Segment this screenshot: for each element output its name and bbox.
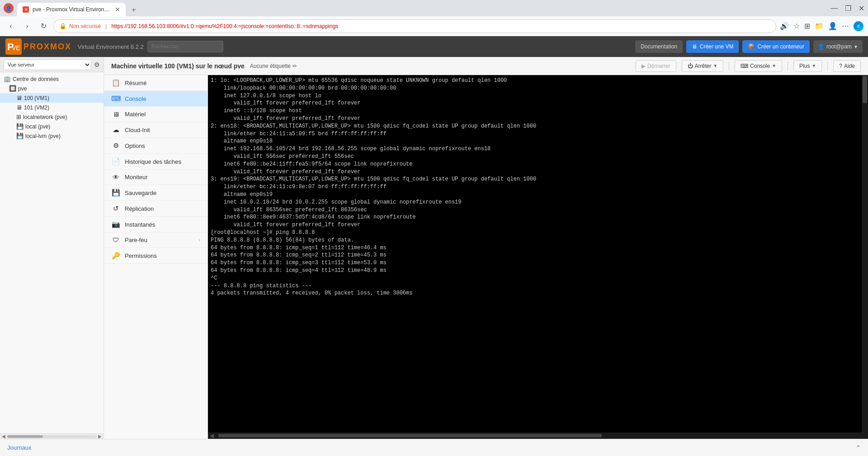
pve-icon: 🔲 xyxy=(9,85,16,92)
tree-item-pve[interactable]: 🔲 pve xyxy=(0,84,104,93)
nav-item-permissions[interactable]: 🔑 Permissions xyxy=(104,248,208,264)
nav-item-historique[interactable]: 📄 Historique des tâches xyxy=(104,154,208,170)
terminal-line: inet 192.168.56.105/24 brd 192.168.56.25… xyxy=(211,145,865,153)
user-menu-button[interactable]: 👤 root@pam ▼ xyxy=(813,40,863,53)
materiel-label: Matériel xyxy=(125,111,146,118)
terminal-line: --- 8.8.8.8 ping statistics --- xyxy=(211,282,865,290)
vm1-icon: 🖥 xyxy=(16,95,22,101)
nav-item-materiel[interactable]: 🖥 Matériel xyxy=(104,107,208,122)
more-button[interactable]: Plus ▼ xyxy=(793,60,822,72)
footer-expand-button[interactable]: ⌃ xyxy=(856,444,861,451)
tree-item-datacenter[interactable]: 🏢 Centre de données xyxy=(0,74,104,84)
svg-text:VE: VE xyxy=(12,44,20,52)
more-label: Plus xyxy=(799,63,810,69)
proxmox-logo: P VE PROXMOX xyxy=(5,38,71,55)
label-button[interactable]: Aucune étiquette ✏ xyxy=(250,63,297,69)
sauvegarde-icon: 💾 xyxy=(111,189,120,197)
nav-item-replication[interactable]: ↺ Réplication xyxy=(104,201,208,217)
tree-item-vm2[interactable]: 🖥 101 (VM2) xyxy=(0,103,104,112)
nav-panel: ‹ 📋 Résumé ⌨ Console 🖥 Matériel xyxy=(104,75,208,439)
tree-item-local[interactable]: 💾 local (pve) xyxy=(0,122,104,131)
moniteur-icon: 👁 xyxy=(111,173,120,181)
more-tools-icon[interactable]: ⋯ xyxy=(842,22,849,30)
terminal-panel[interactable]: 1: lo: <LOOPBACK,UP,LOWER_UP> mtu 65536 … xyxy=(208,75,868,439)
terminal-line: link/ether bc:24:11:c9:8e:07 brd ff:ff:f… xyxy=(211,183,865,191)
terminal-hscrollbar[interactable]: ◀ ▶ xyxy=(208,432,868,439)
scroll-right-button[interactable]: ▶ xyxy=(98,434,102,439)
nav-item-cloud-init[interactable]: ☁ Cloud-Init xyxy=(104,122,208,138)
tree-item-local-lvm[interactable]: 💾 local-lvm (pve) xyxy=(0,131,104,141)
nav-item-options[interactable]: ⚙ Options xyxy=(104,138,208,154)
forward-button[interactable]: › xyxy=(21,20,33,33)
refresh-button[interactable]: ↻ xyxy=(37,20,50,33)
nav-item-instantanes[interactable]: 📷 Instantanés xyxy=(104,217,208,233)
address-bar[interactable]: 🔒 Non sécurisé | https://192.168.56.103:… xyxy=(53,19,776,33)
vm2-label: 101 (VM2) xyxy=(24,104,49,111)
tree-item-localnetwork[interactable]: ⊞ localnetwork (pve) xyxy=(0,112,104,122)
local-icon: 💾 xyxy=(16,123,24,130)
favorites-icon[interactable]: ☆ xyxy=(793,22,800,30)
nav-item-console[interactable]: ⌨ Console xyxy=(104,91,208,107)
create-vm-button[interactable]: 🖥 Créer une VM xyxy=(686,40,739,53)
splitscreen-icon[interactable]: ⊞ xyxy=(804,22,810,30)
app-footer: Journaux ⌃ xyxy=(0,439,868,456)
permissions-label: Permissions xyxy=(125,252,157,259)
vm1-label: 100 (VM1) xyxy=(24,95,49,101)
maximize-button[interactable]: ❐ xyxy=(845,4,851,13)
back-button[interactable]: ‹ xyxy=(5,20,17,33)
view-select[interactable]: Vue serveur xyxy=(4,59,91,70)
terminal-vscroll-thumb[interactable] xyxy=(863,76,867,103)
tab-close-button[interactable]: ✕ xyxy=(115,6,120,13)
browser-titlebar: 👤 ✕ pve - Proxmox Virtual Environme... ✕… xyxy=(0,0,868,16)
browser-toolbar: ‹ › ↻ 🔒 Non sécurisé | https://192.168.5… xyxy=(0,16,868,36)
nav-item-pare-feu[interactable]: 🛡 Pare-feu › xyxy=(104,233,208,248)
stop-label: Arrêter xyxy=(695,63,712,69)
read-aloud-icon[interactable]: 🔊 xyxy=(780,22,789,30)
minimize-button[interactable]: — xyxy=(830,4,838,12)
terminal-line: 64 bytes from 8.8.8.8: icmp_seq=4 ttl=11… xyxy=(211,267,865,275)
terminal-hscroll-track[interactable] xyxy=(218,434,858,437)
tab-title: pve - Proxmox Virtual Environme... xyxy=(33,6,111,13)
terminal-line: valid_lft forever preferred_lft forever xyxy=(211,115,865,123)
start-button[interactable]: ▶ Démarrer xyxy=(636,60,676,72)
nav-item-sauvegarde[interactable]: 💾 Sauvegarde xyxy=(104,185,208,201)
collections-icon[interactable]: 📁 xyxy=(815,22,824,30)
new-tab-button[interactable]: + xyxy=(127,4,140,16)
header-search-input[interactable] xyxy=(147,41,223,52)
tree-item-vm1[interactable]: 🖥 100 (VM1) xyxy=(0,93,104,103)
close-window-button[interactable]: ✕ xyxy=(859,4,864,13)
browser-tab-active[interactable]: ✕ pve - Proxmox Virtual Environme... ✕ xyxy=(17,3,126,16)
create-container-icon: 📦 xyxy=(748,43,755,50)
documentation-button[interactable]: Documentation xyxy=(635,40,683,53)
edge-icon[interactable]: e xyxy=(854,21,863,31)
nav-item-moniteur[interactable]: 👁 Moniteur xyxy=(104,170,208,185)
stop-button[interactable]: ⏻ Arrêter ▼ xyxy=(682,60,724,72)
terminal-line: inet6 ::1/128 scope host xyxy=(211,107,865,115)
stop-dropdown-icon: ▼ xyxy=(713,63,717,68)
profile-icon[interactable]: 👤 xyxy=(828,22,837,30)
terminal-line: valid_lft 556sec preferred_lft 556sec xyxy=(211,153,865,161)
sidebar-scrollbar[interactable]: ◀ ▶ xyxy=(0,433,104,439)
hscroll-left-button[interactable]: ◀ xyxy=(208,432,216,439)
scroll-left-button[interactable]: ◀ xyxy=(2,434,5,439)
help-button[interactable]: ? Aide xyxy=(833,60,861,72)
permissions-icon: 🔑 xyxy=(111,252,120,260)
terminal-vscrollbar[interactable] xyxy=(862,75,868,439)
sidebar-scroll-track[interactable] xyxy=(7,435,96,438)
instantanes-icon: 📷 xyxy=(111,220,120,228)
terminal-line: 1: lo: <LOOPBACK,UP,LOWER_UP> mtu 65536 … xyxy=(211,77,865,85)
logs-button[interactable]: Journaux xyxy=(7,444,31,451)
console-button[interactable]: ⌨ Console ▼ xyxy=(735,60,782,72)
create-container-button[interactable]: 📦 Créer un conteneur xyxy=(742,40,809,53)
resume-icon: 📋 xyxy=(111,79,120,87)
proxmox-wordmark: PROXMOX xyxy=(24,42,71,52)
edit-label-icon: ✏ xyxy=(292,63,297,69)
terminal-content[interactable]: 1: lo: <LOOPBACK,UP,LOWER_UP> mtu 65536 … xyxy=(208,75,868,432)
browser-avatar: 👤 xyxy=(4,3,14,13)
help-label: Aide xyxy=(844,63,855,69)
nav-item-resume[interactable]: 📋 Résumé xyxy=(104,75,208,91)
terminal-line: 4 packets transmitted, 4 received, 0% pa… xyxy=(211,290,865,297)
user-dropdown-icon: ▼ xyxy=(854,44,858,49)
sidebar-gear-icon[interactable]: ⚙ xyxy=(94,61,100,68)
stop-icon: ⏻ xyxy=(688,63,693,69)
